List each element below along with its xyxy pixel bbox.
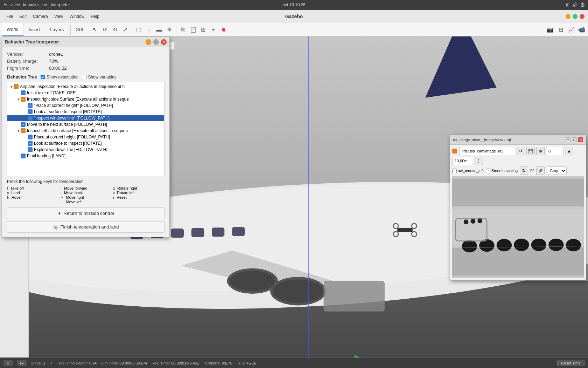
finish-icon: 🛬 (53, 224, 58, 230)
sphere-icon[interactable]: ○ (145, 25, 154, 34)
teleop-reset: r Reset (113, 195, 164, 199)
bti-restore-btn[interactable]: □ (153, 39, 159, 45)
rqt-toolbar-row2: aw_mouse_left Smooth scaling ↻ 0° ↺ Gray… (452, 166, 584, 175)
screenshot-icon[interactable]: 📷 (546, 25, 555, 34)
show-description-input[interactable] (41, 75, 45, 79)
menu-file[interactable]: File (4, 13, 16, 20)
menu-camera[interactable]: Camera (30, 13, 51, 20)
rqt-options-btn[interactable]: ⋮ (475, 157, 483, 165)
svg-rect-13 (171, 229, 184, 238)
undo-icon[interactable]: ↺ (100, 25, 110, 34)
camera-icon[interactable]: 📹 (577, 25, 586, 34)
cylinder-icon[interactable]: ▬ (155, 25, 164, 34)
activities-label[interactable]: Activities (4, 2, 20, 7)
sun-icon[interactable]: ☀ (165, 25, 174, 34)
fps-value: 45.16 (246, 361, 256, 365)
teleop-hover: h Hover (7, 195, 58, 199)
tab-world[interactable]: World (2, 23, 24, 36)
snap-icon[interactable]: ⌖ (209, 25, 218, 34)
rqt-minimize-btn[interactable]: ─ (566, 137, 570, 142)
rqt-number-input[interactable] (546, 147, 564, 155)
bti-titlebar: Behavior Tree Interpreter − □ ✕ (2, 37, 169, 47)
rqt-rotate-icon[interactable]: ↻ (520, 166, 528, 175)
minimize-button[interactable] (566, 14, 570, 19)
grid-icon[interactable]: ⊞ (556, 25, 565, 34)
show-description-checkbox[interactable]: Show description (41, 75, 78, 80)
tree-item[interactable]: →Place at correct height [FOLLOW_PATH] (7, 134, 164, 140)
paste-icon[interactable]: 📋 (189, 25, 198, 34)
tree-item[interactable]: →Initial take off [TAKE_OFF] (7, 90, 164, 96)
menu-window[interactable]: Window (67, 13, 88, 20)
rqt-mouse-input[interactable] (452, 169, 457, 173)
rqt-close-btn[interactable]: ✕ (578, 137, 583, 142)
rqt-up-btn[interactable]: ▲ (565, 147, 573, 155)
tree-item[interactable]: →Final landing [LAND] (7, 153, 164, 159)
rqt-smooth-input[interactable] (486, 169, 490, 173)
svg-point-18 (230, 271, 275, 291)
bti-close-btn[interactable]: ✕ (161, 39, 167, 45)
rqt-refresh-btn[interactable]: ↺ (517, 147, 525, 155)
svg-rect-14 (191, 228, 204, 237)
menu-edit[interactable]: Edit (16, 13, 29, 20)
real-label: Real Time: (152, 361, 170, 365)
tree-item[interactable]: →"Place at correct height" [FOLLOW_PATH] (7, 102, 164, 109)
tree-item[interactable]: →"Inspect windows line" [FOLLOW_PATH] (7, 115, 164, 121)
system-bar-center: oct 18 10:26 (282, 2, 306, 7)
tree-item[interactable]: →Move to the next surface [FOLLOW_PATH] (7, 121, 164, 128)
pause-btn[interactable]: ⏸ (4, 360, 13, 366)
teleop-empty (7, 200, 58, 204)
system-bar-left: Activities behavior_tree_interpreter (4, 2, 70, 7)
app-name-label[interactable]: behavior_tree_interpreter (23, 2, 70, 7)
rqt-restore-btn[interactable]: □ (572, 137, 577, 142)
svg-rect-15 (212, 227, 224, 237)
rqt-color-select[interactable]: Gray Color (547, 166, 567, 175)
close-button[interactable] (580, 14, 584, 19)
rqt-zoom-btn[interactable]: ⊕ (536, 147, 545, 155)
rqt-image-svg (452, 176, 584, 278)
svg-rect-22 (397, 228, 413, 232)
tree-container[interactable]: ▼→Airplane inspection [Execute all actio… (7, 82, 164, 176)
align-icon[interactable]: ⊞ (199, 25, 208, 34)
steps-value: 1 (43, 361, 45, 365)
show-variables-checkbox[interactable]: Show variables (82, 75, 116, 80)
teleop-takeoff: t Take off (7, 186, 58, 190)
finish-teleoperation-btn[interactable]: 🛬 Finish teleoperation and land (7, 221, 164, 233)
iter-value: 98176 (222, 361, 232, 365)
svg-point-46 (477, 218, 482, 223)
redo-icon[interactable]: ↻ (111, 25, 120, 34)
tab-separator (70, 25, 71, 35)
tree-item[interactable]: ▼→Inspect left side surface [Execute all… (7, 128, 164, 134)
tab-layers[interactable]: Layers (45, 23, 69, 36)
translate-icon[interactable]: ⤢ (121, 25, 130, 34)
box-icon[interactable]: ▢ (134, 25, 144, 34)
show-variables-input[interactable] (82, 75, 86, 79)
rqt-ccw-btn[interactable]: ↺ (536, 166, 545, 175)
dialog-buttons: ✈ Return to mission control 🛬 Finish tel… (7, 207, 164, 233)
copy-icon[interactable]: ⎘ (178, 25, 188, 34)
rqt-value-input[interactable] (452, 157, 473, 165)
rqt-image-area (452, 176, 584, 278)
menu-help[interactable]: Help (88, 13, 102, 20)
record-icon[interactable]: ⏺ (219, 25, 228, 34)
menu-view[interactable]: View (51, 13, 66, 20)
tree-item[interactable]: →Look at surface to inspect [ROTATE] (7, 109, 164, 115)
bti-minimize-btn[interactable]: − (146, 39, 151, 45)
rqt-mouse-checkbox[interactable]: aw_mouse_left (452, 169, 484, 173)
maximize-button[interactable] (573, 14, 578, 19)
rqt-save-btn[interactable]: 💾 (526, 147, 535, 155)
tab-insert[interactable]: Insert (24, 23, 46, 36)
main-content: $_ 🦊 ⚙ (0, 36, 588, 357)
select-tool-icon[interactable]: ↖ (90, 25, 99, 34)
rqt-smooth-checkbox[interactable]: Smooth scaling (486, 169, 518, 173)
tree-item[interactable]: ▼→Airplane inspection [Execute all actio… (7, 83, 164, 90)
return-to-mission-btn[interactable]: ✈ Return to mission control (7, 207, 164, 219)
plot-icon[interactable]: 📈 (567, 25, 576, 34)
tab-gui[interactable]: GUI (72, 27, 86, 33)
rqt-topic-input[interactable] (459, 147, 515, 155)
tree-item[interactable]: →Look at surface to inspect [ROTATE] (7, 140, 164, 146)
tree-item[interactable]: ▼→Inspect right side Surface [Execute al… (7, 96, 164, 102)
tree-item[interactable]: →Explore windows line [FOLLOW_PATH] (7, 146, 164, 153)
teleop-back: ↓ Move back (60, 191, 111, 195)
step-btn[interactable]: ⏭ (17, 360, 27, 366)
reset-time-btn[interactable]: Reset Time (557, 360, 584, 366)
